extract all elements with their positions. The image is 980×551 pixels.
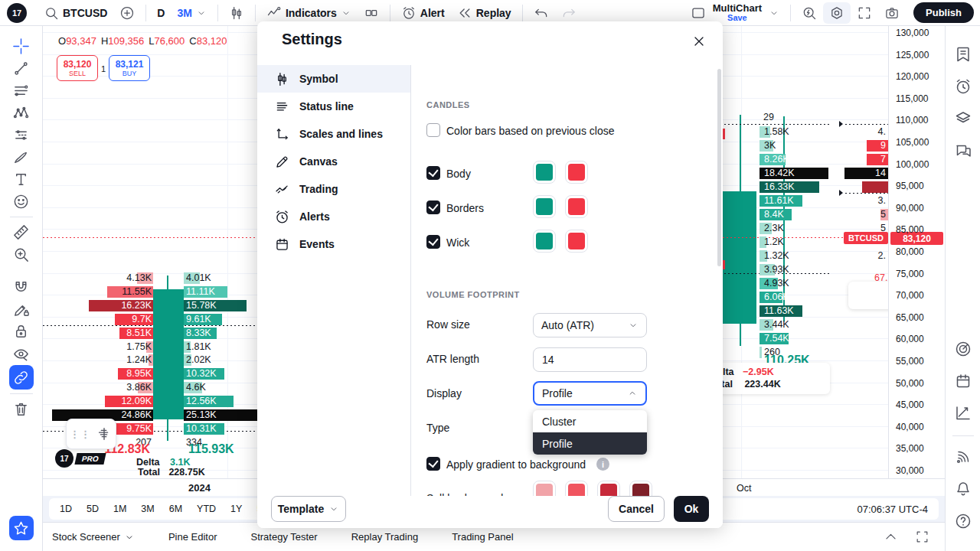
parallel-lines-tool[interactable] <box>8 80 34 102</box>
zoom-in-tool[interactable] <box>8 243 34 266</box>
settings-tab-events[interactable]: Events <box>257 230 410 258</box>
timeframe-6M[interactable]: 6M <box>169 504 182 514</box>
link-tool[interactable] <box>9 365 34 390</box>
crosshair-tool[interactable] <box>8 35 34 57</box>
settings-tab-status-line[interactable]: Status line <box>257 93 410 120</box>
footprint-drag-handle[interactable]: ⋮⋮ <box>66 419 116 449</box>
indicator-templates-button[interactable] <box>358 2 385 24</box>
color-bars-checkbox[interactable] <box>426 123 440 137</box>
row-size-select[interactable]: Auto (ATR) <box>533 313 647 337</box>
settings-tab-symbol[interactable]: Symbol <box>257 65 410 93</box>
gradient-checkbox[interactable] <box>426 457 440 471</box>
timeframe-1M[interactable]: 1M <box>113 504 126 514</box>
panel-collapse-icon[interactable] <box>884 530 898 544</box>
bottom-item-trading-panel[interactable]: Trading Panel <box>452 531 513 543</box>
clock-readout[interactable]: 07:06:37 UTC-4 <box>858 504 929 515</box>
settings-tab-scales-and-lines[interactable]: Scales and lines <box>257 120 410 148</box>
settings-tab-alerts[interactable]: Alerts <box>257 203 410 230</box>
chart-settings-button[interactable] <box>823 2 851 24</box>
close-button[interactable] <box>688 31 710 52</box>
alert-button[interactable]: Alert <box>395 2 451 24</box>
screener-icon[interactable] <box>952 337 975 360</box>
favorites-star-tool[interactable] <box>9 516 34 540</box>
ruler-tool[interactable] <box>8 221 34 243</box>
ideas-icon[interactable] <box>952 402 975 425</box>
body-checkbox[interactable] <box>426 166 440 180</box>
emoji-tool[interactable] <box>8 191 34 213</box>
bottom-item-strategy-tester[interactable]: Strategy Tester <box>250 531 317 543</box>
last-price-line-left <box>43 237 257 238</box>
trash-tool[interactable] <box>8 398 34 420</box>
xabcd-pattern-tool[interactable] <box>8 102 34 124</box>
object-tree-icon[interactable] <box>952 107 975 130</box>
help-icon[interactable] <box>952 510 975 533</box>
symbol-search-button[interactable]: BTCUSD <box>38 2 113 24</box>
brush-tool[interactable] <box>8 146 34 168</box>
publish-button[interactable]: Publish <box>913 2 974 23</box>
snapshot-button[interactable] <box>878 2 906 24</box>
watchlist-icon[interactable] <box>952 43 975 66</box>
price-scale[interactable]: 83,120 130,000125,000120,000115,000110,0… <box>888 26 945 478</box>
indicators-button[interactable]: Indicators <box>260 2 358 24</box>
wick-color-swatch[interactable] <box>565 230 588 253</box>
cancel-button[interactable]: Cancel <box>608 496 665 522</box>
interval-button[interactable]: 3M <box>171 2 212 24</box>
borders-color-swatch[interactable] <box>565 195 588 218</box>
fullscreen-button[interactable] <box>851 2 878 24</box>
magnet-tool[interactable] <box>8 276 34 298</box>
info-icon[interactable]: i <box>596 458 609 471</box>
display-option-cluster[interactable]: Cluster <box>533 410 647 432</box>
interval-d-button[interactable]: D <box>151 2 171 24</box>
atr-length-input[interactable] <box>533 347 647 372</box>
bottom-item-pine-editor[interactable]: Pine Editor <box>168 531 217 543</box>
notifications-icon[interactable] <box>952 478 975 500</box>
sell-background-swatch[interactable] <box>629 481 652 496</box>
buy-button[interactable]: 83,121BUY <box>109 55 150 81</box>
body-color-swatch[interactable] <box>565 161 588 184</box>
lock-all-tool[interactable] <box>8 321 34 343</box>
bottom-item-replay-trading[interactable]: Replay Trading <box>351 531 418 543</box>
layout-select-button[interactable]: MultiChart Save <box>684 2 786 24</box>
undo-button[interactable] <box>528 2 555 24</box>
template-button[interactable]: Template <box>271 496 346 522</box>
hide-drawings-tool[interactable] <box>8 343 34 365</box>
fib-retracement-tool[interactable] <box>8 124 34 146</box>
replay-button[interactable]: Replay <box>451 2 518 24</box>
alerts-clock-icon[interactable] <box>952 75 975 98</box>
sell-button[interactable]: 83,120SELL <box>57 55 98 81</box>
sell-background-swatch[interactable] <box>565 481 588 496</box>
sell-background-swatch[interactable] <box>533 481 556 496</box>
chart-style-button[interactable] <box>223 2 250 24</box>
bottom-item-stock-screener[interactable]: Stock Screener <box>52 531 135 543</box>
timeframe-5D[interactable]: 5D <box>87 504 99 514</box>
toolbar-divider <box>10 217 33 217</box>
timeframe-1Y[interactable]: 1Y <box>230 504 242 514</box>
display-select[interactable]: Profile <box>533 381 647 406</box>
trend-line-tool[interactable] <box>8 57 34 80</box>
dialog-scrollbar[interactable] <box>717 69 721 266</box>
compare-add-button[interactable] <box>113 2 141 24</box>
wick-checkbox[interactable] <box>426 235 440 249</box>
ok-button[interactable]: Ok <box>674 496 709 522</box>
borders-checkbox[interactable] <box>426 201 440 214</box>
timeframe-1D[interactable]: 1D <box>60 504 72 514</box>
save-layout-link[interactable]: Save <box>727 14 747 23</box>
text-tool[interactable] <box>8 168 34 191</box>
signals-icon[interactable] <box>952 445 975 468</box>
wick-color-swatch[interactable] <box>533 230 556 253</box>
settings-tab-trading[interactable]: Trading <box>257 175 410 203</box>
panel-maximize-icon[interactable] <box>915 530 929 544</box>
redo-button[interactable] <box>555 2 583 24</box>
quick-search-button[interactable] <box>795 2 823 24</box>
chat-icon[interactable] <box>952 139 975 162</box>
display-option-profile[interactable]: Profile <box>533 432 647 455</box>
tradingview-logo[interactable]: 17 <box>7 3 27 23</box>
borders-color-swatch[interactable] <box>533 195 556 218</box>
calendar-icon[interactable] <box>952 370 975 393</box>
settings-tab-canvas[interactable]: Canvas <box>257 148 410 175</box>
timeframe-3M[interactable]: 3M <box>141 504 154 514</box>
drawing-lock-tool[interactable] <box>8 298 34 321</box>
timeframe-YTD[interactable]: YTD <box>197 504 216 514</box>
body-color-swatch[interactable] <box>533 161 556 184</box>
sell-background-swatch[interactable] <box>597 481 620 496</box>
